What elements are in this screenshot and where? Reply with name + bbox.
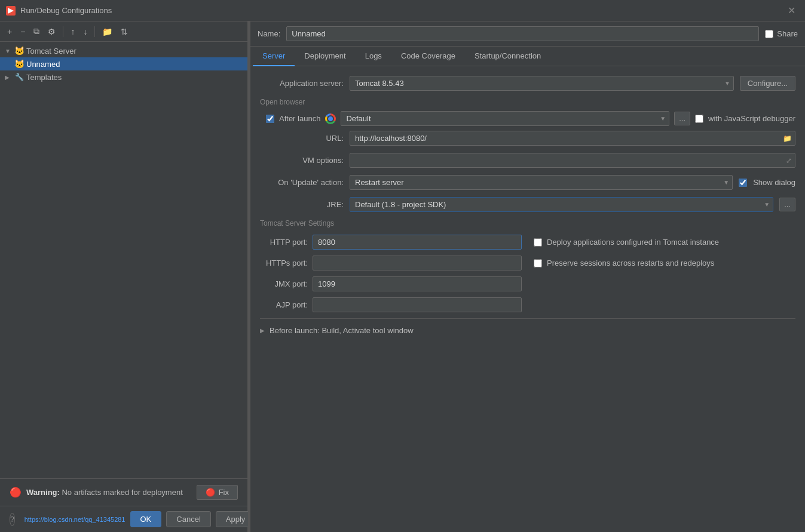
- browser-select-wrapper: Default ▼: [341, 111, 669, 126]
- settings-config-button[interactable]: ⚙: [45, 26, 58, 38]
- url-row: URL: 📁: [260, 131, 795, 146]
- tomcat-settings-section: Tomcat Server Settings HTTP port: Deploy…: [260, 219, 795, 312]
- add-config-button[interactable]: +: [5, 26, 14, 38]
- jmx-port-label: JMX port:: [260, 279, 308, 288]
- share-area: Share: [765, 29, 798, 38]
- show-dialog-checkbox[interactable]: [739, 179, 747, 187]
- templates-icon: 🔧: [14, 72, 24, 82]
- tree-label-unnamed: Unnamed: [26, 60, 60, 69]
- left-panel: + − ⧉ ⚙ ↑ ↓ 📁 ⇅ ▼ 🐱 Tomcat Server 🐱 Unna…: [0, 21, 248, 532]
- ok-button[interactable]: OK: [130, 511, 162, 527]
- vm-expand-icon[interactable]: ⤢: [786, 156, 792, 165]
- ajp-port-label: AJP port:: [260, 300, 308, 309]
- https-port-row: HTTPs port:: [260, 256, 522, 270]
- open-browser-label: Open browser: [260, 98, 795, 106]
- vm-options-row: VM options: ⤢: [260, 153, 795, 168]
- toolbar-separator-2: [94, 26, 95, 37]
- jre-label: JRE:: [260, 200, 344, 209]
- help-button[interactable]: ?: [10, 513, 15, 526]
- toolbar-separator: [63, 26, 63, 37]
- sort-button[interactable]: ⇅: [118, 26, 130, 38]
- deploy-apps-label: Deploy applications configured in Tomcat…: [547, 238, 719, 247]
- bottom-area: 🔴 Warning: No artifacts marked for deplo…: [0, 478, 247, 532]
- svg-marker-0: [8, 8, 14, 14]
- url-folder-icon[interactable]: 📁: [783, 134, 792, 143]
- tomcat-icon: 🐱: [14, 46, 24, 56]
- remove-config-button[interactable]: −: [18, 26, 27, 38]
- toolbar: + − ⧉ ⚙ ↑ ↓ 📁 ⇅: [0, 21, 247, 42]
- tree-item-unnamed[interactable]: 🐱 Unnamed: [0, 57, 247, 70]
- vm-options-input[interactable]: [350, 153, 795, 168]
- buttons-row: ? https://blog.csdn.net/qq_41345281 OK C…: [0, 506, 247, 532]
- move-down-button[interactable]: ↓: [81, 26, 90, 38]
- app-server-label: Application server:: [260, 79, 344, 88]
- url-label: URL:: [266, 134, 344, 143]
- tree-item-templates[interactable]: ▶ 🔧 Templates: [0, 70, 247, 84]
- url-input-wrapper: 📁: [350, 131, 795, 146]
- on-update-label: On 'Update' action:: [260, 178, 344, 187]
- tree-arrow-templates: ▶: [5, 74, 12, 81]
- tree-panel: ▼ 🐱 Tomcat Server 🐱 Unnamed ▶ 🔧 Template…: [0, 42, 247, 478]
- tab-server[interactable]: Server: [253, 47, 295, 66]
- warning-label: Warning:: [26, 488, 60, 497]
- title-bar-text: Run/Debug Configurations: [20, 6, 779, 15]
- close-button[interactable]: ✕: [784, 4, 799, 17]
- app-icon: [6, 6, 16, 16]
- https-port-label: HTTPs port:: [260, 259, 308, 267]
- browser-select[interactable]: Default: [341, 111, 669, 126]
- tab-startup-connection[interactable]: Startup/Connection: [465, 47, 550, 66]
- before-launch-arrow: ▶: [260, 327, 265, 334]
- tab-logs[interactable]: Logs: [356, 47, 391, 66]
- right-panel: Name: Share Server Deployment Logs Code …: [250, 21, 805, 532]
- tab-code-coverage[interactable]: Code Coverage: [391, 47, 465, 66]
- vm-options-label: VM options:: [260, 156, 344, 165]
- jre-row: JRE: Default (1.8 - project SDK) ▼ ...: [260, 197, 795, 212]
- content-area: Application server: Tomcat 8.5.43 ▼ Conf…: [250, 66, 805, 532]
- after-launch-row: After launch Default ▼ ... with JavaScri…: [260, 111, 795, 126]
- ajp-port-input[interactable]: [313, 297, 522, 312]
- after-launch-label: After launch: [279, 114, 320, 123]
- status-url: https://blog.csdn.net/qq_41345281: [25, 516, 126, 523]
- unnamed-tomcat-icon: 🐱: [14, 59, 24, 69]
- on-update-row: On 'Update' action: Restart server ▼ Sho…: [260, 175, 795, 190]
- preserve-sessions-checkbox[interactable]: [534, 259, 542, 267]
- app-server-row: Application server: Tomcat 8.5.43 ▼ Conf…: [260, 76, 795, 91]
- configure-button[interactable]: Configure...: [740, 76, 795, 91]
- tab-deployment[interactable]: Deployment: [295, 47, 355, 66]
- http-port-input[interactable]: [313, 235, 522, 250]
- folder-button[interactable]: 📁: [100, 26, 115, 38]
- fix-button[interactable]: 🔴 Fix: [197, 485, 238, 500]
- tree-arrow-tomcat: ▼: [5, 48, 12, 54]
- preserve-sessions-row: Preserve sessions across restarts and re…: [534, 256, 795, 270]
- http-port-label: HTTP port:: [260, 238, 308, 247]
- app-server-select[interactable]: Tomcat 8.5.43: [350, 76, 734, 91]
- jre-select[interactable]: Default (1.8 - project SDK): [350, 197, 773, 212]
- tree-item-tomcat-server[interactable]: ▼ 🐱 Tomcat Server: [0, 44, 247, 57]
- chrome-icon: [325, 113, 336, 124]
- name-bar: Name: Share: [250, 21, 805, 47]
- jre-select-wrapper: Default (1.8 - project SDK) ▼: [350, 197, 773, 212]
- after-launch-checkbox[interactable]: [266, 115, 274, 123]
- tree-label-templates: Templates: [26, 73, 62, 82]
- share-checkbox[interactable]: [765, 30, 773, 38]
- title-bar: Run/Debug Configurations ✕: [0, 0, 805, 21]
- https-port-input[interactable]: [313, 256, 522, 270]
- jmx-port-input[interactable]: [313, 276, 522, 291]
- browser-dots-button[interactable]: ...: [674, 112, 690, 125]
- ajp-port-row: AJP port:: [260, 297, 522, 312]
- js-debugger-label: with JavaScript debugger: [708, 114, 795, 123]
- move-up-button[interactable]: ↑: [68, 26, 77, 38]
- name-input[interactable]: [286, 26, 759, 41]
- app-server-select-wrapper: Tomcat 8.5.43 ▼: [350, 76, 734, 91]
- http-port-row: HTTP port:: [260, 235, 522, 250]
- tree-label-tomcat: Tomcat Server: [26, 47, 76, 56]
- js-debugger-checkbox[interactable]: [695, 115, 703, 123]
- url-input[interactable]: [350, 131, 795, 146]
- copy-config-button[interactable]: ⧉: [31, 25, 42, 38]
- on-update-select[interactable]: Restart server: [350, 175, 733, 190]
- deploy-apps-checkbox[interactable]: [534, 238, 542, 247]
- jre-dots-button[interactable]: ...: [779, 198, 795, 211]
- cancel-button[interactable]: Cancel: [166, 511, 210, 527]
- before-launch[interactable]: ▶ Before launch: Build, Activate tool wi…: [260, 318, 795, 342]
- share-label: Share: [777, 29, 798, 38]
